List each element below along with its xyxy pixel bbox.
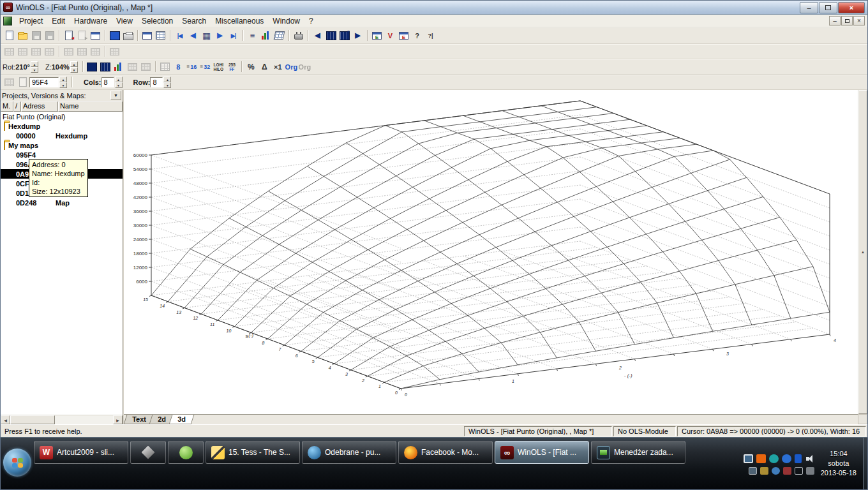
menu-item-view[interactable]: View	[112, 15, 137, 27]
cols-spinner[interactable]: ▲ ▼	[115, 77, 123, 88]
toolbar4-icon-2[interactable]	[16, 76, 29, 89]
map-row-095f4[interactable]: 095F4	[1, 150, 123, 160]
byte-order-icon[interactable]: LOHIHILO	[212, 61, 225, 73]
menu-item-project[interactable]: Project	[15, 15, 47, 27]
taskbar-button-inkscape[interactable]	[130, 441, 166, 464]
tab-3d[interactable]: 3d	[168, 415, 194, 424]
menu-item-miscellaneous[interactable]: Miscellaneous	[211, 15, 268, 27]
view-mode-grid-icon[interactable]	[99, 61, 112, 73]
tray-teal-app-icon[interactable]	[769, 454, 779, 463]
menu-item-hardware[interactable]: Hardware	[70, 15, 112, 27]
decimal-hex-icon[interactable]: 255FF	[225, 61, 239, 73]
scrollbar-track[interactable]	[55, 415, 113, 424]
menu-item-selection[interactable]: Selection	[137, 15, 177, 27]
scroll-left-icon[interactable]: ◀	[1, 415, 10, 424]
menu-item-edit[interactable]: Edit	[47, 15, 70, 27]
rotation-value[interactable]: 210°	[15, 63, 30, 71]
scroll-up-icon[interactable]: ▲	[858, 90, 867, 414]
spin-up-icon[interactable]: ▲	[59, 77, 67, 82]
child-restore-button[interactable]	[841, 16, 853, 26]
tray-alert-icon[interactable]	[783, 467, 791, 475]
spin-up-icon[interactable]: ▲	[163, 77, 171, 82]
close-map-icon[interactable]: ▼	[338, 29, 351, 42]
toolbar2-icon-7[interactable]	[89, 45, 102, 58]
export-file-icon[interactable]: ▸	[75, 29, 89, 42]
bits-32-icon[interactable]: ≡32	[198, 61, 212, 73]
tray-updates-icon[interactable]	[760, 467, 768, 475]
spin-down-icon[interactable]: ▼	[115, 82, 123, 88]
original-version-icon[interactable]: Org	[285, 61, 298, 73]
import-file-icon[interactable]: ◂	[62, 29, 75, 42]
project-list-icon[interactable]	[154, 29, 167, 42]
tray-display-icon[interactable]	[744, 454, 753, 463]
view-2d-icon[interactable]	[259, 29, 273, 42]
tray-sync-icon[interactable]	[772, 467, 780, 475]
connect-ecu-icon[interactable]	[292, 29, 305, 42]
tray-bluetooth-icon[interactable]	[795, 454, 802, 463]
bits-16-icon[interactable]: ≡16	[185, 61, 198, 73]
hex-editor-icon[interactable]: E	[370, 29, 384, 42]
open-project-icon[interactable]	[16, 29, 29, 42]
view-mode-2d-icon[interactable]	[86, 61, 99, 73]
menu-item-item[interactable]: ?	[304, 15, 318, 27]
original-compare-icon[interactable]: Org	[298, 61, 311, 73]
tray-blue-app-icon[interactable]	[782, 454, 791, 463]
view-3d-icon[interactable]	[273, 29, 286, 42]
close-button[interactable]: ×	[838, 2, 865, 13]
spin-down-icon[interactable]: ▼	[31, 67, 38, 73]
view-mode-surface-icon[interactable]	[126, 61, 139, 73]
toolbar2-icon-8[interactable]	[108, 45, 121, 58]
child-minimize-button[interactable]: –	[829, 16, 841, 26]
toolbar2-icon-4[interactable]	[43, 45, 56, 58]
first-version-icon[interactable]: |◀	[173, 29, 186, 42]
start-button[interactable]	[3, 449, 31, 477]
help-icon[interactable]: ?	[410, 29, 424, 42]
folder-row-my-maps[interactable]: My maps	[1, 140, 123, 150]
toolbar2-icon-5[interactable]	[62, 45, 75, 58]
project-properties-icon[interactable]: ​	[140, 29, 154, 42]
next-version-icon[interactable]: ▶	[213, 29, 227, 42]
app-icon[interactable]: ∞	[3, 3, 13, 12]
menu-item-search[interactable]: Search	[177, 15, 211, 27]
toolbar2-icon-2[interactable]	[16, 45, 29, 58]
difference-mode-icon[interactable]: Δ	[258, 61, 271, 73]
bits-8-icon[interactable]: 8	[172, 61, 185, 73]
tray-battery-icon[interactable]	[806, 467, 814, 475]
column-header-adress[interactable]: Adress	[21, 101, 58, 112]
text-view-icon[interactable]: ≡	[246, 29, 259, 42]
taskbar-button-taskmgr[interactable]: Menedżer zada...	[591, 441, 685, 464]
map-row-0d248[interactable]: 0D248Map	[1, 198, 123, 207]
scrollbar-thumb[interactable]	[10, 415, 55, 424]
save-all-icon[interactable]	[43, 29, 56, 42]
column-header-sort[interactable]: /	[13, 101, 21, 112]
taskbar-button-firefox[interactable]: Facebook - Mo...	[398, 441, 493, 464]
map-row-00000[interactable]: 00000Hexdump	[1, 131, 123, 140]
tray-network-icon[interactable]	[795, 467, 803, 475]
context-help-icon[interactable]: ?|	[424, 29, 437, 42]
child-window-icon[interactable]	[3, 17, 12, 26]
checksum-icon[interactable]	[108, 29, 121, 42]
map-address-input[interactable]: 95F4	[29, 77, 59, 87]
map-3d-plot[interactable]: 6000120001800024000300003600042000480005…	[124, 90, 845, 415]
taskbar-button-artcut[interactable]: WArtcut2009 - sli...	[34, 441, 128, 464]
folder-row-hexdump[interactable]: Hexdump	[1, 121, 123, 131]
row-spinner[interactable]: ▲ ▼	[163, 77, 171, 88]
next-map-icon[interactable]: ▶	[351, 29, 364, 42]
taskbar-button-tess[interactable]: 15. Tess - The S...	[206, 441, 300, 464]
tray-monitor-icon[interactable]	[749, 467, 757, 475]
zoom-spinner[interactable]: ▲ ▼	[70, 61, 78, 73]
taskbar-button-greenapp[interactable]	[168, 441, 204, 464]
previous-version-icon[interactable]: ◀	[186, 29, 200, 42]
column-header-m[interactable]: M.	[1, 101, 13, 112]
tray-volume-icon[interactable]	[805, 454, 814, 463]
spin-up-icon[interactable]: ▲	[70, 61, 78, 67]
project-row-fiat-punto-original[interactable]: Fiat Punto (Original)	[1, 112, 123, 121]
row-input[interactable]: 8	[150, 77, 163, 87]
child-close-button[interactable]: ×	[853, 16, 865, 26]
taskbar-clock[interactable]: 15:04 sobota 2013-05-18	[817, 438, 863, 489]
toolbar2-icon-1[interactable]	[3, 45, 16, 58]
taskbar-button-winols[interactable]: ∞WinOLS - [Fiat ...	[495, 441, 589, 464]
new-window-icon[interactable]: ​	[89, 29, 102, 42]
toolbar4-icon-1[interactable]	[3, 76, 16, 89]
map-3d-view[interactable]: 6000120001800024000300003600042000480005…	[123, 90, 867, 424]
